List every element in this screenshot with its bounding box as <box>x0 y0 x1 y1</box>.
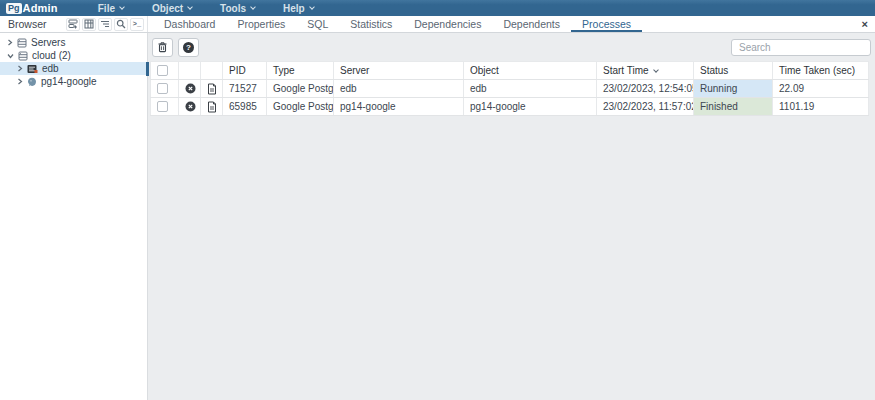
trash-icon <box>157 41 168 53</box>
subheader: Browser >_ Dashboard Properties SQL Stat… <box>0 16 875 33</box>
cell-server: edb <box>334 80 464 98</box>
cell-time-taken: 22.09 <box>773 80 869 98</box>
tree-node-edb[interactable]: edb <box>0 62 147 75</box>
cell-start-time: 23/02/2023, 11:57:02 <box>597 98 694 116</box>
tab-bar: Dashboard Properties SQL Statistics Depe… <box>148 16 875 32</box>
logo-name: Admin <box>23 2 58 14</box>
stop-process-icon <box>185 83 196 94</box>
stop-column-header <box>179 62 201 80</box>
cell-time-taken: 1101.19 <box>773 98 869 116</box>
table-row[interactable]: 71527 Google PostgreSQL edb edb 23/02/20… <box>151 80 869 98</box>
help-button[interactable]: ? <box>178 38 199 57</box>
browser-panel-title: Browser <box>8 18 47 30</box>
server-group-icon <box>18 51 28 61</box>
chevron-down-icon <box>119 4 125 10</box>
view-details-cell[interactable] <box>201 80 223 98</box>
stop-process-cell[interactable] <box>179 80 201 98</box>
view-details-icon <box>207 101 217 113</box>
cell-type: Google PostgreSQL <box>267 98 334 116</box>
browser-toolbar: >_ <box>66 18 144 31</box>
cell-type: Google PostgreSQL <box>267 80 334 98</box>
console-glyph: >_ <box>133 20 141 28</box>
tree-node-cloud[interactable]: cloud (2) <box>0 49 147 62</box>
sort-descending-icon <box>653 67 659 73</box>
browser-panel-header: Browser >_ <box>0 16 148 32</box>
menu-tools-label: Tools <box>220 3 246 14</box>
tab-sql[interactable]: SQL <box>296 16 339 32</box>
tree-node-label: Servers <box>31 37 65 48</box>
menu-help-label: Help <box>283 3 305 14</box>
row-checkbox[interactable] <box>157 101 168 112</box>
row-checkbox[interactable] <box>157 83 168 94</box>
menu-object[interactable]: Object <box>138 3 206 14</box>
stop-process-icon <box>185 101 196 112</box>
menu-file-label: File <box>98 3 115 14</box>
chevron-down-icon <box>250 4 256 10</box>
details-column-header <box>201 62 223 80</box>
search-input[interactable] <box>731 39 871 56</box>
col-type[interactable]: Type <box>267 62 334 80</box>
server-group-icon <box>17 38 27 48</box>
chevron-down-icon <box>187 4 193 10</box>
select-all-checkbox[interactable] <box>157 65 168 76</box>
close-icon[interactable]: × <box>862 16 868 32</box>
tree-node-pg14-google[interactable]: pg14-google <box>0 75 147 88</box>
search-icon[interactable] <box>114 18 128 31</box>
menu-bar: File Object Tools Help <box>84 3 328 14</box>
logo-badge: Pg <box>6 3 22 14</box>
add-server-icon[interactable] <box>66 18 80 31</box>
menu-file[interactable]: File <box>84 3 138 14</box>
processes-toolbar: ? <box>152 37 871 57</box>
tab-processes[interactable]: Processes <box>571 16 642 32</box>
col-status[interactable]: Status <box>694 62 773 80</box>
chevron-right-icon[interactable] <box>17 65 23 72</box>
table-header-row: PID Type Server Object Start Time Status… <box>151 62 869 80</box>
view-details-cell[interactable] <box>201 98 223 116</box>
cell-object: edb <box>464 80 597 98</box>
tab-properties[interactable]: Properties <box>226 16 296 32</box>
app-header: Pg Admin File Object Tools Help <box>0 0 875 16</box>
cell-pid: 71527 <box>223 80 267 98</box>
cell-server: pg14-google <box>334 98 464 116</box>
processes-table: PID Type Server Object Start Time Status… <box>150 61 869 116</box>
delete-button[interactable] <box>152 38 173 57</box>
tree-node-label: edb <box>42 63 59 74</box>
stop-process-cell[interactable] <box>179 98 201 116</box>
status-badge: Running <box>694 80 773 98</box>
menu-help[interactable]: Help <box>269 3 328 14</box>
menu-object-label: Object <box>152 3 183 14</box>
browser-tree-panel: Servers cloud (2) edb <box>0 33 148 400</box>
main-content: Servers cloud (2) edb <box>0 33 875 400</box>
select-all-cell <box>151 62 179 80</box>
tree-node-servers[interactable]: Servers <box>0 36 147 49</box>
chevron-down-icon <box>309 4 315 10</box>
help-icon: ? <box>183 42 194 53</box>
table-row[interactable]: 65985 Google PostgreSQL pg14-google pg14… <box>151 98 869 116</box>
status-badge: Finished <box>694 98 773 116</box>
col-server[interactable]: Server <box>334 62 464 80</box>
menu-tools[interactable]: Tools <box>206 3 269 14</box>
edb-server-icon <box>27 64 38 74</box>
col-pid[interactable]: PID <box>223 62 267 80</box>
console-icon[interactable]: >_ <box>130 18 144 31</box>
tab-dependencies[interactable]: Dependencies <box>403 16 492 32</box>
tree-node-label: pg14-google <box>41 76 97 87</box>
processes-panel: ? PID Type Server Object Start Time <box>148 33 875 400</box>
col-start-time-label: Start Time <box>603 65 649 76</box>
col-time-taken[interactable]: Time Taken (sec) <box>773 62 869 80</box>
tab-statistics[interactable]: Statistics <box>339 16 403 32</box>
col-object[interactable]: Object <box>464 62 597 80</box>
tab-dependents[interactable]: Dependents <box>492 16 571 32</box>
tab-dashboard[interactable]: Dashboard <box>153 16 226 32</box>
chevron-down-icon[interactable] <box>7 53 14 59</box>
cell-pid: 65985 <box>223 98 267 116</box>
cell-object: pg14-google <box>464 98 597 116</box>
postgresql-server-icon <box>27 77 37 87</box>
selected-node-accent <box>146 62 149 76</box>
chevron-right-icon[interactable] <box>7 39 13 46</box>
col-start-time[interactable]: Start Time <box>597 62 694 80</box>
chevron-right-icon[interactable] <box>17 78 23 85</box>
pgadmin-logo: Pg Admin <box>6 2 58 14</box>
grid-view-icon[interactable] <box>82 18 96 31</box>
filter-tree-icon[interactable] <box>98 18 112 31</box>
